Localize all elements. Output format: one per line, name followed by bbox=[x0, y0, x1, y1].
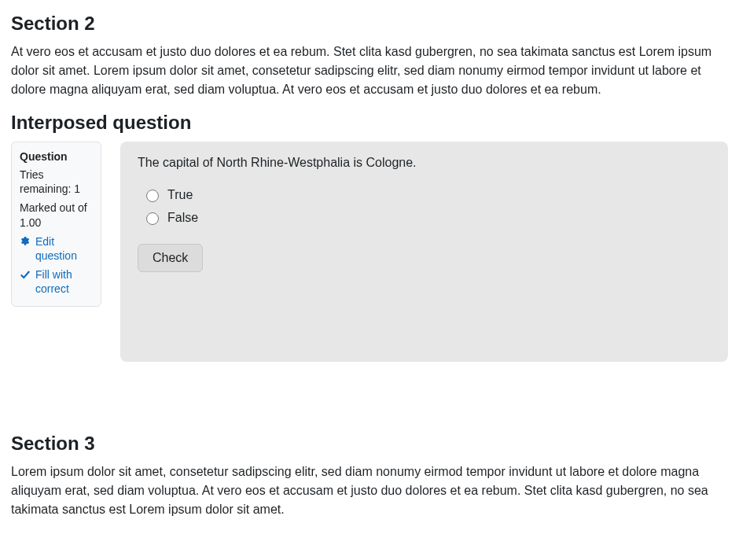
check-button[interactable]: Check bbox=[138, 244, 203, 272]
radio-false[interactable] bbox=[146, 212, 159, 225]
gear-icon bbox=[20, 236, 31, 247]
section-3-body: Lorem ipsum dolor sit amet, consetetur s… bbox=[11, 462, 728, 519]
option-false-label: False bbox=[167, 211, 198, 225]
edit-question-label: Edit question bbox=[35, 234, 93, 263]
option-false[interactable]: False bbox=[142, 210, 711, 225]
question-label: Question bbox=[20, 150, 93, 163]
fill-correct-label: Fill with correct bbox=[35, 267, 93, 296]
question-panel: The capital of North Rhine-Westphalia is… bbox=[120, 142, 728, 362]
fill-correct-link[interactable]: Fill with correct bbox=[20, 267, 93, 296]
tries-remaining-label: Tries remaining: bbox=[20, 168, 71, 195]
option-true[interactable]: True bbox=[142, 187, 711, 202]
tries-remaining: Tries remaining: 1 bbox=[20, 168, 93, 196]
question-text: The capital of North Rhine-Westphalia is… bbox=[138, 156, 711, 170]
tries-remaining-value: 1 bbox=[74, 182, 80, 195]
question-block: Question Tries remaining: 1 Marked out o… bbox=[11, 142, 728, 362]
option-true-label: True bbox=[167, 188, 193, 202]
answer-options: True False bbox=[142, 187, 711, 225]
spacer bbox=[11, 362, 728, 429]
edit-question-link[interactable]: Edit question bbox=[20, 234, 93, 263]
interposed-heading: Interposed question bbox=[11, 112, 728, 134]
marked-out-of-value: 1.00 bbox=[20, 216, 41, 229]
section-2-heading: Section 2 bbox=[11, 13, 728, 35]
marked-out-of-label: Marked out of bbox=[20, 201, 87, 214]
section-2-body: At vero eos et accusam et justo duo dolo… bbox=[11, 42, 728, 99]
question-info-card: Question Tries remaining: 1 Marked out o… bbox=[11, 142, 101, 307]
check-icon bbox=[20, 269, 31, 280]
marked-out-of: Marked out of 1.00 bbox=[20, 201, 93, 229]
section-3-heading: Section 3 bbox=[11, 433, 728, 455]
radio-true[interactable] bbox=[146, 190, 159, 202]
